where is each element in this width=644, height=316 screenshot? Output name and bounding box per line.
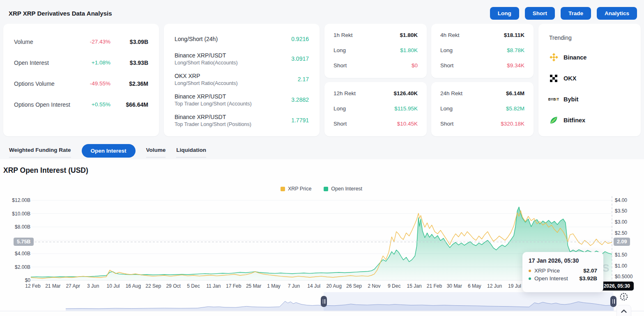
ratio-label: Binance XRP/USDT [175,114,251,120]
rekt-title: 24h Rekt [440,90,462,96]
rekt-card-1h: 1h Rekt$1.80K Long$1.80K Short$0 [324,24,427,78]
x-axis-label: 21 Feb [427,283,442,289]
stat-change: +0.55% [78,101,110,108]
bitfinex-icon-box [549,116,558,125]
rekt-long-value: $1.80K [400,47,418,53]
stat-change: +1.08% [78,60,110,66]
stat-change: -27.43% [78,39,110,45]
ratio-sublabel: Long/Short Ratio(Accounts) [175,60,238,66]
header: XRP XRP Derivatives Data Analysis LongSh… [0,0,644,23]
trending-item-bybit[interactable]: BYBITBybit [549,89,630,110]
tooltip-series-value: $3.92B [579,275,597,282]
y-axis-left-label: $4.00B [2,251,30,256]
legend-swatch [281,187,285,191]
rekt-long-label: Long [334,47,346,53]
tab-weighted-funding-rate[interactable]: Weighted Funding Rate [9,144,71,158]
exchange-name: Binance [564,54,586,61]
x-axis-label: 15 Jan [407,283,422,289]
ratio-labels: Binance XRP/USDTLong/Short Ratio(Account… [175,52,238,66]
header-button-analytics[interactable]: Analytics [597,7,637,20]
x-axis-label: 20 Aug [326,283,341,289]
stat-value: $2.36M [110,80,148,87]
header-button-long[interactable]: Long [490,7,519,20]
chart-title: XRP Open Interest (USD) [3,166,88,175]
rekt-long-value: $5.82M [506,105,524,112]
tab-liquidation[interactable]: Liquidation [176,144,206,158]
ratio-labels: Long/Short (24h) [175,36,218,42]
y-axis-right-label: $2.50 [615,230,627,236]
page-title: XRP XRP Derivatives Data Analysis [9,10,112,17]
ratio-sublabel: Top Trader Long/Short (Positions) [175,121,251,127]
navigator-left-handle[interactable] [321,296,327,307]
tab-volume[interactable]: Volume [146,144,166,158]
navigator-right-handle[interactable] [610,296,616,307]
ratio-value: 2.17 [298,76,309,82]
ratio-sublabel: Top Trader Long/Short (Accounts) [175,101,252,107]
x-axis-label: 1 May [267,283,281,289]
legend-item-open-interest[interactable]: Open Interest [324,186,362,192]
tab-open-interest[interactable]: Open Interest [82,144,136,158]
header-actions: LongShortTradeAnalytics [490,7,637,20]
rekt-total: $126.40K [393,90,418,96]
rekt-title: 12h Rekt [334,90,356,96]
rekt-total: $6.14M [506,90,524,96]
y-axis-left-label: $12.00B [2,197,30,203]
stat-value: $3.09B [110,39,148,45]
x-axis-label: 10 Jul [106,283,120,289]
ratio-label: Long/Short (24h) [175,36,218,42]
rekt-short-label: Short [334,121,347,127]
trending-item-binance[interactable]: Binance [549,47,630,68]
ratio-value: 3.2882 [291,96,309,103]
x-axis-label: 27 Apr [66,283,80,289]
trending-title: Trending [549,34,630,41]
x-axis-label: 9 Dec [388,283,400,289]
x-axis-label: 6 May [468,283,481,289]
x-axis-label: 12 Jun [487,283,502,289]
ratio-row: Long/Short (24h)0.9216 [175,30,309,48]
y-axis-right-label: $1.00 [615,263,627,269]
exchange-name: Bybit [564,96,578,103]
legend-label: Open Interest [331,186,362,192]
xrp-price-dot-icon [529,270,531,272]
chart-tooltip: 17 Jan 2026, 05:30 XRP Price $2.07 Open … [522,252,603,292]
header-button-short[interactable]: Short [525,7,555,20]
collapse-chart-button[interactable] [616,305,631,316]
trending-item-bitfinex[interactable]: Bitfinex [549,110,630,131]
y-axis-left-label: $8.00B [2,224,30,230]
rekt-total: $1.80K [400,32,418,38]
rekt-long-label: Long [334,105,346,112]
okx-icon-box [549,74,558,83]
ratio-labels: Binance XRP/USDTTop Trader Long/Short (A… [175,93,252,107]
tooltip-series-value: $2.07 [583,268,597,274]
trending-item-okx[interactable]: OKX [549,68,630,89]
crosshair-right-value-badge: 2.09 [614,238,630,246]
rekt-short-value: $9.34K [507,62,524,69]
chart-settings-button[interactable] [617,290,630,303]
rekt-long-label: Long [440,47,453,53]
rekt-card-12h: 12h Rekt$126.40K Long$115.95K Short$10.4… [324,82,427,136]
ratio-label: OKX XRP [175,73,238,79]
stat-change: -49.55% [78,80,110,87]
stat-row: Options Open Interest+0.55%$66.64M [14,94,148,115]
legend-label: XRP Price [288,186,311,192]
header-button-trade[interactable]: Trade [561,7,591,20]
stat-row: Options Volume-49.55%$2.36M [14,73,148,94]
bybit-icon: BYBIT [548,97,559,101]
stat-label: Volume [14,39,78,45]
chart-tabs: Weighted Funding RateOpen InterestVolume… [9,144,206,158]
x-axis-label: 19 Jul [508,283,521,289]
open-interest-dot-icon [529,277,531,280]
rekt-card-4h: 4h Rekt$18.11K Long$8.78K Short$9.34K [431,24,534,78]
legend-item-xrp-price[interactable]: XRP Price [281,186,311,192]
stat-value: $66.64M [110,101,148,108]
ratio-row: Binance XRP/USDTTop Trader Long/Short (P… [175,110,309,131]
y-axis-left-label: $0 [2,277,30,283]
ratio-value: 0.9216 [291,36,309,42]
bitfinex-icon [549,116,558,125]
rekt-long-label: Long [440,105,453,112]
x-axis-label: 30 Mar [447,283,462,289]
stat-label: Options Volume [14,80,78,87]
ratio-labels: OKX XRPLong/Short Ratio(Accounts) [175,73,238,86]
stat-row: Open Interest+1.08%$3.93B [14,52,148,73]
x-axis-label: 17 Feb [226,283,241,289]
